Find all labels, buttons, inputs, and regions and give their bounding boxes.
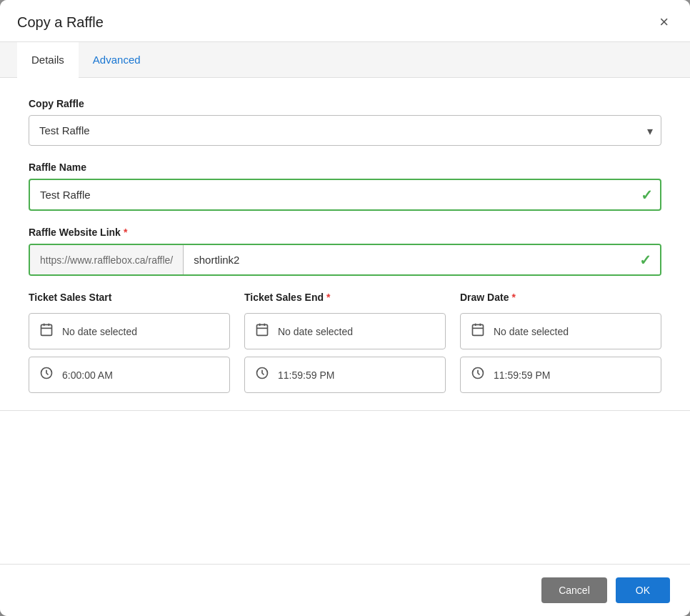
ticket-sales-start-label: Ticket Sales Start — [29, 292, 230, 303]
raffle-name-label: Raffle Name — [29, 162, 661, 173]
draw-date-col: Draw Date * No date selected — [460, 292, 661, 393]
raffle-website-link-label: Raffle Website Link * — [29, 227, 661, 238]
required-star: * — [124, 227, 127, 238]
ticket-sales-start-time-value: 6:00:00 AM — [62, 369, 113, 381]
ticket-sales-end-label: Ticket Sales End * — [244, 292, 446, 303]
draw-date-value: No date selected — [494, 326, 569, 337]
tab-bar: Details Advanced — [0, 42, 690, 78]
ticket-sales-end-date-picker[interactable]: No date selected — [244, 313, 446, 349]
calendar-icon-start — [39, 322, 54, 340]
dialog-footer: Cancel OK — [0, 564, 690, 616]
section-divider — [0, 410, 690, 411]
calendar-icon-end — [255, 322, 269, 340]
url-input-row: https://www.rafflebox.ca/raffle/ ✓ — [29, 244, 661, 276]
clock-icon-draw — [471, 366, 485, 384]
dialog-header: Copy a Raffle × — [0, 0, 690, 42]
close-button[interactable]: × — [655, 13, 673, 31]
raffle-name-check-icon: ✓ — [641, 187, 653, 204]
svg-rect-0 — [41, 324, 52, 335]
draw-date-time-picker[interactable]: 11:59:59 PM — [460, 357, 661, 393]
copy-raffle-field: Copy Raffle Test Raffle ▾ — [29, 98, 661, 146]
ticket-sales-end-time-picker[interactable]: 11:59:59 PM — [244, 357, 446, 393]
raffle-name-input-wrapper: ✓ — [29, 179, 661, 211]
raffle-name-input[interactable] — [29, 179, 661, 211]
ticket-sales-start-time-picker[interactable]: 6:00:00 AM — [29, 357, 230, 393]
date-time-grid: Ticket Sales Start No date selected — [29, 292, 661, 393]
svg-rect-5 — [257, 324, 268, 335]
draw-date-label: Draw Date * — [460, 292, 661, 303]
ticket-sales-start-date-picker[interactable]: No date selected — [29, 313, 230, 349]
copy-raffle-select[interactable]: Test Raffle — [29, 115, 661, 146]
clock-icon-end — [255, 366, 269, 384]
url-prefix: https://www.rafflebox.ca/raffle/ — [30, 245, 184, 274]
calendar-icon-draw — [471, 322, 485, 340]
copy-raffle-label: Copy Raffle — [29, 98, 661, 109]
ticket-sales-end-col: Ticket Sales End * No date sel — [244, 292, 446, 393]
draw-date-date-picker[interactable]: No date selected — [460, 313, 661, 349]
dialog-body: Details Advanced Copy Raffle Test Raffle… — [0, 42, 690, 564]
ok-button[interactable]: OK — [616, 577, 670, 603]
url-suffix-input[interactable] — [184, 245, 639, 274]
required-star-end: * — [326, 292, 330, 303]
raffle-website-link-field: Raffle Website Link * https://www.raffle… — [29, 227, 661, 276]
ticket-sales-start-date-value: No date selected — [62, 326, 137, 337]
copy-raffle-dialog: Copy a Raffle × Details Advanced Copy Ra… — [0, 0, 690, 616]
required-star-draw: * — [511, 292, 515, 303]
ticket-sales-start-col: Ticket Sales Start No date selected — [29, 292, 230, 393]
ticket-sales-end-date-value: No date selected — [278, 326, 353, 337]
draw-date-time-value: 11:59:59 PM — [494, 369, 550, 381]
url-check-icon: ✓ — [639, 245, 660, 274]
tab-advanced[interactable]: Advanced — [79, 42, 155, 78]
form-content: Copy Raffle Test Raffle ▾ Raffle Name ✓ — [0, 78, 690, 564]
dialog-title: Copy a Raffle — [17, 14, 104, 31]
ticket-sales-end-time-value: 11:59:59 PM — [278, 369, 334, 381]
clock-icon-start — [39, 366, 54, 384]
cancel-button[interactable]: Cancel — [541, 577, 607, 603]
svg-rect-10 — [473, 324, 484, 335]
raffle-name-field: Raffle Name ✓ — [29, 162, 661, 211]
copy-raffle-select-wrapper: Test Raffle ▾ — [29, 115, 661, 146]
tab-details[interactable]: Details — [17, 42, 79, 78]
